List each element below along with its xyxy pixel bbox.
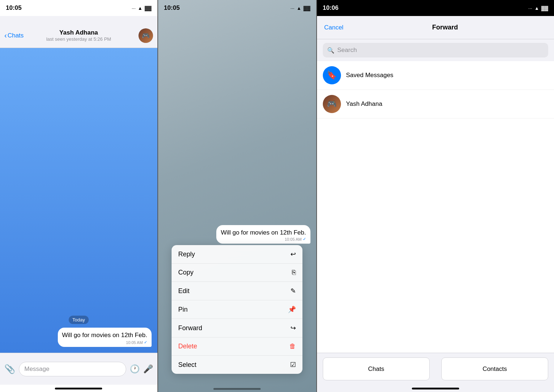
- wifi-icon-p2: ▲: [297, 5, 301, 11]
- message-placeholder: Message: [24, 365, 49, 373]
- menu-item-reply[interactable]: Reply ↩: [172, 245, 302, 264]
- panel-chat-screen: 10:05 ··· ▲ ▓▓ ‹ Chats Yash Adhana last …: [0, 0, 157, 392]
- tab-contacts[interactable]: Contacts: [441, 357, 548, 380]
- home-indicator: [0, 385, 157, 392]
- status-bar-panel2: 10:05 ··· ▲ ▓▓: [158, 0, 316, 16]
- back-button[interactable]: ‹ Chats: [4, 24, 24, 40]
- message-text: Will go for movies on 12th Feb.: [62, 331, 147, 339]
- status-icons-panel1: ··· ▲ ▓▓: [132, 5, 152, 11]
- contact-status: last seen yesterday at 5:26 PM: [46, 36, 111, 42]
- yash-avatar: 🎮: [323, 95, 341, 113]
- search-bar: 🔍 Search: [317, 39, 554, 61]
- voice-button[interactable]: 🎤: [143, 364, 153, 374]
- read-checkmark-panel2: ✓: [303, 237, 306, 241]
- chevron-left-icon: ‹: [4, 31, 7, 40]
- avatar[interactable]: 🎮: [138, 28, 153, 43]
- saved-messages-name: Saved Messages: [346, 72, 393, 79]
- bookmark-icon: 🔖: [327, 71, 337, 80]
- delete-icon: 🗑: [289, 343, 296, 350]
- menu-item-pin[interactable]: Pin 📌: [172, 300, 302, 319]
- signal-icon-p2: ···: [290, 5, 294, 11]
- status-icons-panel2: ··· ▲ ▓▓: [290, 5, 310, 11]
- message-time: 10:05 AM: [126, 340, 142, 345]
- panel-forward-screen: 10:06 ··· ▲ ▓▓ Cancel Forward 🔍 Search 🔖…: [317, 0, 554, 392]
- select-icon: ☑: [290, 361, 296, 369]
- nav-center: Yash Adhana last seen yesterday at 5:26 …: [46, 22, 111, 42]
- chat-area-panel2: Will go for movies on 12th Feb. 10:05 AM…: [158, 16, 316, 380]
- battery-icon-p2: ▓▓: [304, 5, 310, 11]
- wifi-icon-p3: ▲: [534, 5, 539, 11]
- nav-bar-panel1: ‹ Chats Yash Adhana last seen yesterday …: [0, 16, 157, 48]
- contact-item-saved[interactable]: 🔖 Saved Messages: [317, 61, 554, 90]
- search-placeholder: Search: [337, 47, 357, 54]
- bottom-tabs: Chats Contacts: [317, 353, 554, 385]
- message-input[interactable]: Message: [19, 362, 126, 376]
- menu-label-pin: Pin: [178, 306, 188, 313]
- tab-chats[interactable]: Chats: [323, 357, 430, 380]
- copy-icon: ⎘: [292, 269, 296, 276]
- home-indicator-panel2: [158, 380, 316, 392]
- contact-name: Yash Adhana: [46, 29, 111, 36]
- forward-top-bar: Cancel Forward: [317, 16, 554, 39]
- read-checkmark: ✓: [144, 340, 147, 345]
- menu-label-copy: Copy: [178, 269, 193, 276]
- back-label: Chats: [8, 32, 24, 39]
- bubble-meta-panel2: 10:05 AM ✓: [221, 237, 306, 241]
- home-bar: [55, 388, 102, 389]
- message-time-panel2: 10:05 AM: [285, 237, 301, 241]
- panel-context-menu: 10:05 ··· ▲ ▓▓ Will go for movies on 12t…: [158, 0, 316, 392]
- chat-area: Today Will go for movies on 12th Feb. 10…: [0, 48, 157, 353]
- menu-item-delete[interactable]: Delete 🗑: [172, 337, 302, 356]
- input-bar: 📎 Message 🕐 🎤: [0, 353, 157, 385]
- date-badge: Today: [69, 316, 89, 324]
- saved-messages-avatar: 🔖: [323, 66, 341, 84]
- forward-icon: ↪: [290, 324, 296, 332]
- emoji-button[interactable]: 🕐: [130, 364, 140, 374]
- signal-icon-p3: ···: [528, 5, 532, 11]
- context-menu: Reply ↩ Copy ⎘ Edit ✎ Pin 📌 Forward ↪ De…: [172, 245, 302, 374]
- forward-title: Forward: [344, 24, 547, 31]
- menu-label-delete: Delete: [178, 343, 197, 350]
- home-bar-panel3: [412, 388, 459, 389]
- menu-label-reply: Reply: [178, 251, 195, 258]
- menu-label-select: Select: [178, 361, 196, 369]
- search-field[interactable]: 🔍 Search: [323, 43, 548, 57]
- edit-icon: ✎: [290, 287, 296, 295]
- menu-label-forward: Forward: [178, 324, 202, 332]
- user-avatar-icon: 🎮: [327, 99, 337, 109]
- status-time-panel2: 10:05: [164, 4, 180, 12]
- tab-chats-label: Chats: [368, 365, 384, 373]
- bubble-meta: 10:05 AM ✓: [62, 340, 147, 345]
- reply-icon: ↩: [290, 250, 296, 258]
- status-time-panel3: 10:06: [323, 4, 338, 12]
- contact-item-yash[interactable]: 🎮 Yash Adhana: [317, 90, 554, 119]
- cancel-button[interactable]: Cancel: [324, 24, 344, 31]
- home-bar-panel2: [213, 388, 261, 390]
- search-icon: 🔍: [327, 47, 334, 54]
- avatar-image: 🎮: [138, 28, 153, 43]
- status-icons-panel3: ··· ▲ ▓▓: [528, 5, 548, 11]
- status-time-panel1: 10:05: [6, 4, 21, 12]
- menu-item-edit[interactable]: Edit ✎: [172, 282, 302, 300]
- menu-label-edit: Edit: [178, 287, 189, 295]
- home-indicator-panel3: [317, 385, 554, 392]
- menu-item-copy[interactable]: Copy ⎘: [172, 264, 302, 282]
- battery-icon: ▓▓: [145, 5, 152, 11]
- message-bubble-panel2: Will go for movies on 12th Feb. 10:05 AM…: [216, 225, 310, 244]
- contacts-list: 🔖 Saved Messages 🎮 Yash Adhana: [317, 61, 554, 353]
- yash-name: Yash Adhana: [346, 100, 382, 108]
- signal-icon: ···: [132, 5, 136, 11]
- attach-button[interactable]: 📎: [4, 364, 15, 374]
- wifi-icon: ▲: [138, 5, 142, 11]
- menu-item-select[interactable]: Select ☑: [172, 356, 302, 374]
- menu-item-forward[interactable]: Forward ↪: [172, 319, 302, 337]
- status-bar-panel3: 10:06 ··· ▲ ▓▓: [317, 0, 554, 16]
- message-text-panel2: Will go for movies on 12th Feb.: [221, 229, 306, 237]
- message-bubble[interactable]: Will go for movies on 12th Feb. 10:05 AM…: [58, 328, 152, 347]
- tab-contacts-label: Contacts: [482, 365, 507, 373]
- pin-icon: 📌: [288, 305, 296, 313]
- status-bar-panel1: 10:05 ··· ▲ ▓▓: [0, 0, 157, 16]
- battery-icon-p3: ▓▓: [541, 5, 548, 11]
